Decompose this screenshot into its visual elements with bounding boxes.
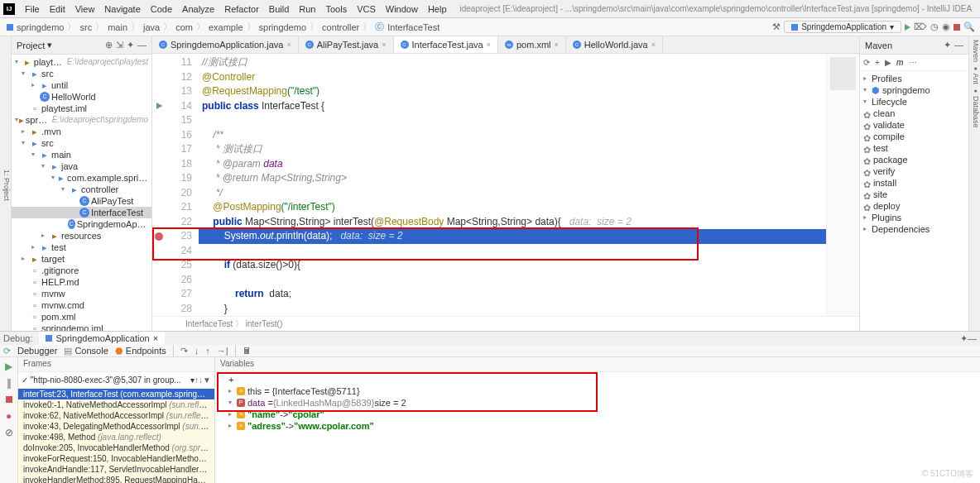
profile-button[interactable]: ◉ (942, 22, 950, 32)
menu-refactor[interactable]: Refactor (219, 4, 264, 14)
maven-more-icon[interactable]: ⋯ (909, 58, 917, 67)
frame-row[interactable]: invoke:498, Method (java.lang.reflect) (18, 432, 214, 442)
menu-vcs[interactable]: VCS (352, 4, 381, 14)
debug-hide-icon[interactable]: — (968, 333, 977, 343)
rerun-icon[interactable]: ⟳ (3, 346, 11, 356)
step-into-icon[interactable]: ↓ (195, 346, 199, 356)
settings-icon[interactable]: ✦ (127, 40, 134, 50)
code[interactable]: //测试接口 @Controller @RequestMapping("/tes… (199, 54, 826, 316)
variables-tree[interactable]: + ▸≡this = {InterfaceTest@5711} ▾Pdata =… (215, 372, 980, 483)
filter-icon[interactable]: ▼ (203, 375, 211, 385)
frame-row[interactable]: interTest:23, InterfaceTest (com.example… (18, 389, 214, 399)
step-out-icon[interactable]: ↑ (205, 346, 210, 356)
subtab-endpoints[interactable]: ⬣ Endpoints (115, 346, 166, 356)
maven-goal[interactable]: ✿ compile (860, 131, 968, 142)
maven-add-icon[interactable]: + (875, 58, 880, 67)
tree-item[interactable]: ▾▸controller (12, 184, 151, 195)
tree-item[interactable]: ▫mvnw (12, 288, 151, 299)
left-stripe[interactable]: 1: Project (0, 36, 12, 331)
breakpoint-icon[interactable] (152, 229, 166, 244)
tree-item[interactable]: ▫pom.xml (12, 311, 151, 323)
tree-item[interactable]: ▫.gitignore (12, 265, 151, 276)
maven-hide-icon[interactable]: — (954, 40, 963, 50)
menu-edit[interactable]: Edit (45, 4, 70, 14)
tree-item[interactable]: ▫springdemo.iml (12, 323, 151, 331)
tree-item[interactable]: ▸▸target (12, 253, 151, 265)
frame-row[interactable]: invokeAndHandle:117, ServletInvocableHan… (18, 464, 214, 475)
maven-run-icon[interactable]: ▶ (885, 58, 891, 67)
run-button[interactable] (905, 24, 910, 31)
maven-goal[interactable]: ✿ deploy (860, 200, 968, 212)
maven-goal[interactable]: ✿ validate (860, 119, 968, 131)
maven-reload-icon[interactable]: ⟳ (863, 58, 870, 67)
maven-tree[interactable]: ▸Profiles ▾⬢ springdemo ▾Lifecycle ✿ cle… (860, 71, 968, 237)
editor-tab[interactable]: mpom.xml× (498, 36, 566, 53)
maven-goal[interactable]: ✿ install (860, 177, 968, 189)
tree-item[interactable]: ▫HELP.md (12, 276, 151, 288)
run-to-cursor-icon[interactable]: →| (217, 346, 228, 356)
pause-icon[interactable]: ‖ (7, 377, 12, 389)
menu-code[interactable]: Code (146, 4, 177, 14)
frames-list[interactable]: interTest:23, InterfaceTest (com.example… (18, 389, 214, 483)
menu-analyze[interactable]: Analyze (177, 4, 219, 14)
maven-m-icon[interactable]: m (896, 58, 904, 67)
maven-goal[interactable]: ✿ clean (860, 108, 968, 119)
maven-settings-icon[interactable]: ✦ (944, 40, 951, 50)
stop-icon[interactable] (6, 394, 12, 405)
menu-help[interactable]: Help (423, 4, 452, 14)
run-gutter-icon[interactable] (152, 99, 166, 114)
maven-goal[interactable]: ✿ site (860, 189, 968, 200)
debug-settings-icon[interactable]: ✦ (960, 333, 968, 344)
editor-tab[interactable]: CSpringdemoApplication.java× (152, 36, 299, 53)
tree-item[interactable]: ▾▸main (12, 149, 151, 160)
menu-build[interactable]: Build (264, 4, 294, 14)
editor-breadcrumb[interactable]: InterfaceTest 〉 interTest() (152, 316, 859, 331)
tree-item[interactable]: ▫playtest.iml (12, 103, 151, 114)
tree-item[interactable]: ▸▸test (12, 242, 151, 253)
menu-file[interactable]: File (20, 4, 45, 14)
menu-run[interactable]: Run (294, 4, 320, 14)
menu-view[interactable]: View (70, 4, 100, 14)
maven-goal[interactable]: ✿ test (860, 142, 968, 154)
stop-button[interactable] (954, 24, 960, 31)
tree-item[interactable]: ▾▸src (12, 137, 151, 149)
run-config-dropdown[interactable]: SpringdemoApplication▾ (784, 21, 901, 33)
tree-item[interactable]: CInterfaceTest (12, 207, 151, 218)
frame-row[interactable]: invoke0:-1, NativeMethodAccessorImpl (su… (18, 399, 214, 410)
editor-tab[interactable]: CInterfaceTest.java× (394, 36, 498, 53)
subtab-debugger[interactable]: Debugger (17, 346, 57, 356)
breadcrumb[interactable]: springdemo〉 src〉 main〉 java〉 com〉 exampl… (5, 21, 441, 33)
collapse-icon[interactable]: ⊕ (105, 40, 113, 50)
project-tree[interactable]: ▾▸playtestE:\ideaproject\playtest▾▸src▸▸… (12, 55, 151, 331)
coverage-button[interactable]: ◷ (930, 22, 939, 32)
gutter[interactable]: 111213141516171819202122232425262728 (166, 54, 199, 316)
maven-goal[interactable]: ✿ verify (860, 165, 968, 177)
expand-icon[interactable]: ⇲ (116, 40, 123, 50)
frame-row[interactable]: invokeHandlerMethod:895, RequestMappingH… (18, 475, 214, 483)
tree-item[interactable]: CHelloWorld (12, 91, 151, 103)
frame-row[interactable]: invoke:62, NativeMethodAccessorImpl (sun… (18, 410, 214, 421)
right-stripe[interactable]: Maven ⬥ Ant ⬥ Database (968, 36, 980, 331)
mute-bp-icon[interactable]: ⊘ (5, 427, 13, 438)
build-icon[interactable]: ⚒ (772, 22, 781, 32)
frame-row[interactable]: invokeForRequest:150, InvocableHandlerMe… (18, 453, 214, 464)
debug-tab-app[interactable]: SpringdemoApplication× (39, 332, 165, 345)
debug-button[interactable]: ⌦ (914, 22, 927, 32)
tree-item[interactable]: ▸▸.mvn (12, 126, 151, 137)
editor[interactable]: 111213141516171819202122232425262728 //测… (152, 54, 859, 316)
minimap[interactable] (826, 54, 859, 316)
editor-tab[interactable]: CHelloWorld.java× (566, 36, 663, 53)
maven-goal[interactable]: ✿ package (860, 154, 968, 165)
hide-icon[interactable]: — (137, 40, 147, 50)
tree-item[interactable]: ▸▸until (12, 79, 151, 91)
tree-item[interactable]: ▾▸src (12, 68, 151, 79)
view-bp-icon[interactable]: ● (6, 410, 12, 422)
tree-item[interactable]: CSpringdemoApplication (12, 218, 151, 230)
thread-selector[interactable]: ✓ "http-nio-8080-exec-3"@5,307 in group.… (18, 372, 214, 389)
evaluate-icon[interactable]: 🖩 (243, 346, 252, 356)
tree-item[interactable]: CAliPayTest (12, 195, 151, 207)
subtab-console[interactable]: ▤ Console (64, 346, 108, 356)
menu-tools[interactable]: Tools (320, 4, 352, 14)
frame-row[interactable]: doInvoke:205, InvocableHandlerMethod (or… (18, 442, 214, 453)
frame-row[interactable]: invoke:43, DelegatingMethodAccessorImpl … (18, 421, 214, 432)
